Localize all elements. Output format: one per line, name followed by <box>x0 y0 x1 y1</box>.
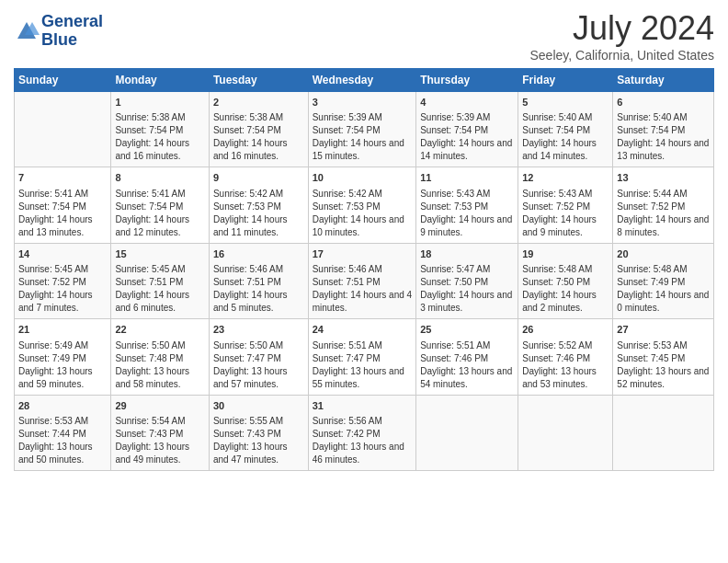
day-number: 15 <box>115 247 204 261</box>
day-number: 11 <box>420 171 514 185</box>
cell-content: Sunrise: 5:54 AM Sunset: 7:43 PM Dayligh… <box>115 415 204 466</box>
day-number: 1 <box>115 96 204 109</box>
subtitle: Seeley, California, United States <box>529 48 714 63</box>
calendar-cell: 20Sunrise: 5:48 AM Sunset: 7:49 PM Dayli… <box>613 243 714 318</box>
cell-content: Sunrise: 5:47 AM Sunset: 7:50 PM Dayligh… <box>420 263 514 315</box>
weekday-header: Friday <box>518 69 613 92</box>
cell-content: Sunrise: 5:43 AM Sunset: 7:52 PM Dayligh… <box>522 188 609 239</box>
calendar-cell: 28Sunrise: 5:53 AM Sunset: 7:44 PM Dayli… <box>15 395 111 470</box>
calendar-cell: 17Sunrise: 5:46 AM Sunset: 7:51 PM Dayli… <box>308 243 416 318</box>
calendar-table: SundayMondayTuesdayWednesdayThursdayFrid… <box>14 68 714 471</box>
calendar-cell: 13Sunrise: 5:44 AM Sunset: 7:52 PM Dayli… <box>613 167 714 243</box>
calendar-cell: 27Sunrise: 5:53 AM Sunset: 7:45 PM Dayli… <box>613 319 714 395</box>
calendar-cell: 7Sunrise: 5:41 AM Sunset: 7:54 PM Daylig… <box>15 167 111 243</box>
cell-content: Sunrise: 5:42 AM Sunset: 7:53 PM Dayligh… <box>313 188 413 239</box>
calendar-cell: 24Sunrise: 5:51 AM Sunset: 7:47 PM Dayli… <box>308 319 416 395</box>
weekday-header: Sunday <box>15 69 111 92</box>
calendar-cell <box>613 395 714 470</box>
calendar-cell: 1Sunrise: 5:38 AM Sunset: 7:54 PM Daylig… <box>111 92 209 167</box>
cell-content: Sunrise: 5:53 AM Sunset: 7:45 PM Dayligh… <box>617 339 710 391</box>
cell-content: Sunrise: 5:40 AM Sunset: 7:54 PM Dayligh… <box>522 111 609 163</box>
calendar-cell: 18Sunrise: 5:47 AM Sunset: 7:50 PM Dayli… <box>416 243 518 318</box>
calendar-cell: 29Sunrise: 5:54 AM Sunset: 7:43 PM Dayli… <box>111 395 209 470</box>
weekday-header: Saturday <box>613 69 714 92</box>
day-number: 10 <box>313 171 413 185</box>
calendar-cell: 12Sunrise: 5:43 AM Sunset: 7:52 PM Dayli… <box>518 167 613 243</box>
day-number: 6 <box>617 96 710 109</box>
calendar-cell: 4Sunrise: 5:39 AM Sunset: 7:54 PM Daylig… <box>416 92 518 167</box>
cell-content: Sunrise: 5:39 AM Sunset: 7:54 PM Dayligh… <box>420 111 514 163</box>
day-number: 22 <box>115 323 204 337</box>
logo: General Blue <box>14 13 103 50</box>
day-number: 16 <box>213 247 304 261</box>
day-number: 3 <box>313 96 413 109</box>
day-number: 5 <box>522 96 609 109</box>
day-number: 31 <box>313 399 413 413</box>
day-number: 2 <box>213 96 304 109</box>
day-number: 27 <box>617 323 710 337</box>
calendar-cell: 11Sunrise: 5:43 AM Sunset: 7:53 PM Dayli… <box>416 167 518 243</box>
cell-content: Sunrise: 5:41 AM Sunset: 7:54 PM Dayligh… <box>18 188 107 239</box>
day-number: 30 <box>213 399 304 413</box>
calendar-cell: 15Sunrise: 5:45 AM Sunset: 7:51 PM Dayli… <box>111 243 209 318</box>
cell-content: Sunrise: 5:55 AM Sunset: 7:43 PM Dayligh… <box>213 415 304 466</box>
calendar-cell: 3Sunrise: 5:39 AM Sunset: 7:54 PM Daylig… <box>308 92 416 167</box>
day-number: 28 <box>18 399 107 413</box>
calendar-cell: 6Sunrise: 5:40 AM Sunset: 7:54 PM Daylig… <box>613 92 714 167</box>
calendar-cell: 21Sunrise: 5:49 AM Sunset: 7:49 PM Dayli… <box>15 319 111 395</box>
weekday-header: Monday <box>111 69 209 92</box>
header: General Blue July 2024 Seeley, Californi… <box>14 9 714 63</box>
cell-content: Sunrise: 5:50 AM Sunset: 7:48 PM Dayligh… <box>115 339 204 391</box>
calendar-cell: 31Sunrise: 5:56 AM Sunset: 7:42 PM Dayli… <box>308 395 416 470</box>
cell-content: Sunrise: 5:45 AM Sunset: 7:51 PM Dayligh… <box>115 263 204 315</box>
cell-content: Sunrise: 5:46 AM Sunset: 7:51 PM Dayligh… <box>313 263 413 315</box>
calendar-cell <box>416 395 518 470</box>
calendar-cell: 30Sunrise: 5:55 AM Sunset: 7:43 PM Dayli… <box>209 395 308 470</box>
cell-content: Sunrise: 5:53 AM Sunset: 7:44 PM Dayligh… <box>18 415 107 466</box>
calendar-cell: 23Sunrise: 5:50 AM Sunset: 7:47 PM Dayli… <box>209 319 308 395</box>
calendar-cell: 26Sunrise: 5:52 AM Sunset: 7:46 PM Dayli… <box>518 319 613 395</box>
calendar-cell: 22Sunrise: 5:50 AM Sunset: 7:48 PM Dayli… <box>111 319 209 395</box>
cell-content: Sunrise: 5:38 AM Sunset: 7:54 PM Dayligh… <box>213 111 304 163</box>
calendar-cell: 8Sunrise: 5:41 AM Sunset: 7:54 PM Daylig… <box>111 167 209 243</box>
cell-content: Sunrise: 5:41 AM Sunset: 7:54 PM Dayligh… <box>115 188 204 239</box>
calendar-week-row: 7Sunrise: 5:41 AM Sunset: 7:54 PM Daylig… <box>15 167 714 243</box>
cell-content: Sunrise: 5:46 AM Sunset: 7:51 PM Dayligh… <box>213 263 304 315</box>
calendar-week-row: 21Sunrise: 5:49 AM Sunset: 7:49 PM Dayli… <box>15 319 714 395</box>
cell-content: Sunrise: 5:48 AM Sunset: 7:49 PM Dayligh… <box>617 263 710 315</box>
cell-content: Sunrise: 5:40 AM Sunset: 7:54 PM Dayligh… <box>617 111 710 163</box>
cell-content: Sunrise: 5:49 AM Sunset: 7:49 PM Dayligh… <box>18 339 107 391</box>
cell-content: Sunrise: 5:39 AM Sunset: 7:54 PM Dayligh… <box>313 111 413 163</box>
calendar-week-row: 28Sunrise: 5:53 AM Sunset: 7:44 PM Dayli… <box>15 395 714 470</box>
day-number: 17 <box>313 247 413 261</box>
day-number: 26 <box>522 323 609 337</box>
cell-content: Sunrise: 5:38 AM Sunset: 7:54 PM Dayligh… <box>115 111 204 163</box>
cell-content: Sunrise: 5:52 AM Sunset: 7:46 PM Dayligh… <box>522 339 609 391</box>
main-title: July 2024 <box>529 9 714 48</box>
calendar-cell: 2Sunrise: 5:38 AM Sunset: 7:54 PM Daylig… <box>209 92 308 167</box>
day-number: 24 <box>313 323 413 337</box>
title-section: July 2024 Seeley, California, United Sta… <box>529 9 714 63</box>
calendar-cell: 19Sunrise: 5:48 AM Sunset: 7:50 PM Dayli… <box>518 243 613 318</box>
calendar-cell: 25Sunrise: 5:51 AM Sunset: 7:46 PM Dayli… <box>416 319 518 395</box>
calendar-cell: 14Sunrise: 5:45 AM Sunset: 7:52 PM Dayli… <box>15 243 111 318</box>
day-number: 23 <box>213 323 304 337</box>
calendar-cell <box>518 395 613 470</box>
calendar-cell: 10Sunrise: 5:42 AM Sunset: 7:53 PM Dayli… <box>308 167 416 243</box>
calendar-cell: 16Sunrise: 5:46 AM Sunset: 7:51 PM Dayli… <box>209 243 308 318</box>
day-number: 20 <box>617 247 710 261</box>
cell-content: Sunrise: 5:50 AM Sunset: 7:47 PM Dayligh… <box>213 339 304 391</box>
day-number: 29 <box>115 399 204 413</box>
calendar-cell: 5Sunrise: 5:40 AM Sunset: 7:54 PM Daylig… <box>518 92 613 167</box>
calendar-cell <box>15 92 111 167</box>
calendar-week-row: 1Sunrise: 5:38 AM Sunset: 7:54 PM Daylig… <box>15 92 714 167</box>
weekday-header: Wednesday <box>308 69 416 92</box>
cell-content: Sunrise: 5:45 AM Sunset: 7:52 PM Dayligh… <box>18 263 107 315</box>
day-number: 7 <box>18 171 107 185</box>
cell-content: Sunrise: 5:44 AM Sunset: 7:52 PM Dayligh… <box>617 188 710 239</box>
cell-content: Sunrise: 5:42 AM Sunset: 7:53 PM Dayligh… <box>213 188 304 239</box>
weekday-header: Tuesday <box>209 69 308 92</box>
day-number: 12 <box>522 171 609 185</box>
day-number: 18 <box>420 247 514 261</box>
day-number: 13 <box>617 171 710 185</box>
